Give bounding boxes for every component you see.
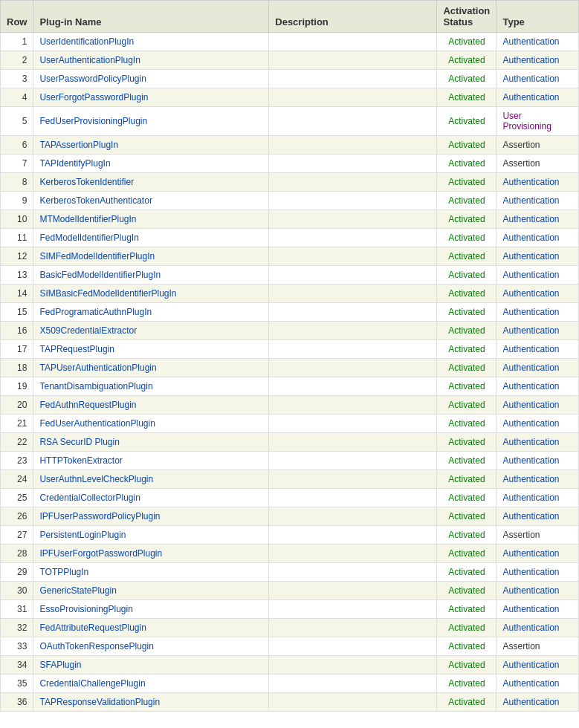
table-row: 7TAPIdentifyPlugInActivatedAssertion	[1, 155, 579, 173]
cell-activation-status: Activated	[437, 377, 496, 396]
cell-description	[269, 452, 437, 470]
cell-plugin-name[interactable]: BasicFedModelIdentifierPlugIn	[33, 266, 269, 285]
table-row: 27PersistentLoginPluginActivatedAssertio…	[1, 526, 579, 545]
cell-plugin-name[interactable]: PersistentLoginPlugin	[33, 526, 269, 545]
cell-plugin-name[interactable]: MTModelIdentifierPlugIn	[33, 210, 269, 229]
cell-activation-status: Activated	[437, 675, 496, 693]
cell-type: Authentication	[496, 285, 579, 303]
cell-type: Authentication	[496, 452, 579, 470]
cell-plugin-name[interactable]: TAPRequestPlugin	[33, 340, 269, 359]
cell-description	[269, 266, 437, 285]
cell-plugin-name[interactable]: OAuthTokenResponsePlugin	[33, 637, 269, 656]
cell-type: Authentication	[496, 359, 579, 377]
cell-plugin-name[interactable]: IPFUserForgotPasswordPlugin	[33, 545, 269, 563]
table-row: 11FedModelIdentifierPlugInActivatedAuthe…	[1, 229, 579, 247]
cell-activation-status: Activated	[437, 359, 496, 377]
cell-plugin-name[interactable]: TAPAssertionPlugIn	[33, 136, 269, 155]
cell-plugin-name[interactable]: CredentialCollectorPlugin	[33, 489, 269, 507]
cell-plugin-name[interactable]: TOTPPlugIn	[33, 563, 269, 582]
cell-plugin-name[interactable]: TAPIdentifyPlugIn	[33, 155, 269, 173]
cell-activation-status: Activated	[437, 693, 496, 712]
cell-plugin-name[interactable]: FedUserProvisioningPlugin	[33, 107, 269, 136]
cell-plugin-name[interactable]: FedProgramaticAuthnPlugIn	[33, 303, 269, 322]
cell-activation-status: Activated	[437, 247, 496, 266]
cell-plugin-name[interactable]: TAPResponseValidationPlugin	[33, 693, 269, 712]
table-row: 31EssoProvisioningPluginActivatedAuthent…	[1, 600, 579, 619]
cell-plugin-name[interactable]: IPFUserPasswordPolicyPlugin	[33, 507, 269, 526]
cell-type: Assertion	[496, 155, 579, 173]
cell-plugin-name[interactable]: UserForgotPasswordPlugin	[33, 88, 269, 107]
cell-plugin-name[interactable]: FedAuthnRequestPlugin	[33, 396, 269, 415]
table-row: 4UserForgotPasswordPluginActivatedAuthen…	[1, 88, 579, 107]
cell-type: Authentication	[496, 51, 579, 70]
cell-row-num: 26	[1, 507, 33, 526]
table-row: 26IPFUserPasswordPolicyPluginActivatedAu…	[1, 507, 579, 526]
table-row: 6TAPAssertionPlugInActivatedAssertion	[1, 136, 579, 155]
cell-plugin-name[interactable]: CredentialChallengePlugin	[33, 675, 269, 693]
cell-description	[269, 675, 437, 693]
cell-activation-status: Activated	[437, 303, 496, 322]
cell-description	[269, 229, 437, 247]
cell-plugin-name[interactable]: TAPUserAuthenticationPlugin	[33, 359, 269, 377]
cell-activation-status: Activated	[437, 340, 496, 359]
cell-plugin-name[interactable]: UserPasswordPolicyPlugin	[33, 70, 269, 88]
cell-description	[269, 51, 437, 70]
table-row: 13BasicFedModelIdentifierPlugInActivated…	[1, 266, 579, 285]
cell-description	[269, 582, 437, 600]
cell-plugin-name[interactable]: RSA SecurID Plugin	[33, 433, 269, 452]
cell-activation-status: Activated	[437, 396, 496, 415]
plugins-table: Row Plug-in Name Description Activation …	[0, 0, 579, 712]
cell-activation-status: Activated	[437, 51, 496, 70]
cell-activation-status: Activated	[437, 545, 496, 563]
cell-description	[269, 303, 437, 322]
table-row: 20FedAuthnRequestPluginActivatedAuthenti…	[1, 396, 579, 415]
cell-row-num: 31	[1, 600, 33, 619]
cell-type: Authentication	[496, 489, 579, 507]
cell-plugin-name[interactable]: FedAttributeRequestPlugin	[33, 619, 269, 637]
cell-plugin-name[interactable]: GenericStatePlugin	[33, 582, 269, 600]
cell-plugin-name[interactable]: SFAPlugin	[33, 656, 269, 675]
cell-row-num: 16	[1, 322, 33, 340]
cell-description	[269, 322, 437, 340]
header-activation-status: Activation Status	[437, 1, 496, 33]
cell-type: Authentication	[496, 693, 579, 712]
cell-plugin-name[interactable]: UserIdentificationPlugIn	[33, 33, 269, 51]
cell-plugin-name[interactable]: UserAuthnLevelCheckPlugin	[33, 470, 269, 489]
cell-activation-status: Activated	[437, 266, 496, 285]
cell-row-num: 6	[1, 136, 33, 155]
cell-plugin-name[interactable]: EssoProvisioningPlugin	[33, 600, 269, 619]
cell-plugin-name[interactable]: KerberosTokenIdentifier	[33, 173, 269, 192]
cell-plugin-name[interactable]: UserAuthenticationPlugIn	[33, 51, 269, 70]
cell-description	[269, 247, 437, 266]
cell-type: Authentication	[496, 229, 579, 247]
cell-plugin-name[interactable]: KerberosTokenAuthenticator	[33, 192, 269, 210]
cell-activation-status: Activated	[437, 470, 496, 489]
cell-plugin-name[interactable]: SIMBasicFedModelIdentifierPlugIn	[33, 285, 269, 303]
cell-plugin-name[interactable]: SIMFedModelIdentifierPlugIn	[33, 247, 269, 266]
cell-activation-status: Activated	[437, 33, 496, 51]
table-header-row: Row Plug-in Name Description Activation …	[1, 1, 579, 33]
cell-plugin-name[interactable]: FedModelIdentifierPlugIn	[33, 229, 269, 247]
table-row: 25CredentialCollectorPluginActivatedAuth…	[1, 489, 579, 507]
cell-type: Authentication	[496, 582, 579, 600]
cell-description	[269, 619, 437, 637]
cell-row-num: 28	[1, 545, 33, 563]
cell-type: Assertion	[496, 526, 579, 545]
cell-plugin-name[interactable]: X509CredentialExtractor	[33, 322, 269, 340]
cell-description	[269, 70, 437, 88]
cell-plugin-name[interactable]: TenantDisambiguationPlugin	[33, 377, 269, 396]
table-row: 33OAuthTokenResponsePluginActivatedAsser…	[1, 637, 579, 656]
table-row: 19TenantDisambiguationPluginActivatedAut…	[1, 377, 579, 396]
header-description: Description	[269, 1, 437, 33]
cell-type: Authentication	[496, 656, 579, 675]
cell-type: Authentication	[496, 266, 579, 285]
cell-description	[269, 396, 437, 415]
cell-activation-status: Activated	[437, 433, 496, 452]
cell-plugin-name[interactable]: FedUserAuthenticationPlugin	[33, 415, 269, 433]
cell-description	[269, 33, 437, 51]
cell-row-num: 9	[1, 192, 33, 210]
cell-description	[269, 359, 437, 377]
cell-description	[269, 693, 437, 712]
cell-type: Authentication	[496, 70, 579, 88]
cell-plugin-name[interactable]: HTTPTokenExtractor	[33, 452, 269, 470]
